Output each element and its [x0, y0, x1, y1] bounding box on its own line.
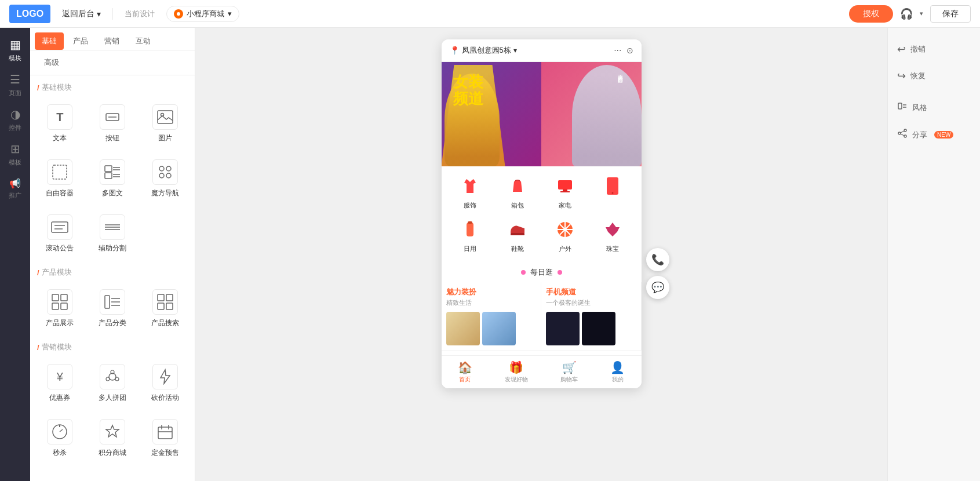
nav-cart[interactable]: 🛒 购物车 — [560, 360, 578, 384]
back-button[interactable]: 返回后台 ▾ — [57, 6, 105, 21]
bag-label: 箱包 — [511, 201, 524, 210]
module-product-search[interactable]: 产品搜索 — [142, 285, 188, 333]
free-container-icon — [47, 159, 72, 185]
svg-rect-57 — [898, 103, 902, 109]
svg-marker-42 — [106, 425, 119, 437]
cat-bag[interactable]: 箱包 — [505, 173, 530, 210]
module-presale[interactable]: 定金预售 — [142, 414, 188, 462]
left-panel: 基础 产品 营销 互动 高级 基础模块 T 文本 按钮 — [30, 28, 195, 481]
module-seckill[interactable]: 秒杀 — [37, 414, 83, 462]
auth-button[interactable]: 授权 — [849, 5, 893, 23]
daily-title: 每日逛 — [530, 267, 553, 278]
sidebar-item-promote[interactable]: 📢 推广 — [0, 172, 30, 206]
tab-marketing[interactable]: 营销 — [97, 32, 126, 50]
magic-nav-icon — [152, 159, 178, 185]
redo-action[interactable]: ↪ 恢复 — [888, 64, 980, 88]
svg-rect-47 — [558, 180, 572, 190]
product-card-1[interactable]: 魅力装扮 精致生活 — [442, 282, 542, 351]
style-icon — [897, 101, 908, 114]
cat-appliance[interactable]: 家电 — [552, 173, 578, 210]
back-label: 返回后台 — [62, 9, 94, 19]
module-multi-image-text[interactable]: 多图文 — [90, 155, 136, 203]
svg-line-41 — [60, 429, 63, 432]
share-label: 分享 — [912, 130, 927, 140]
svg-point-60 — [904, 129, 906, 132]
tab-bar: 基础 产品 营销 互动 — [30, 28, 195, 50]
module-coupon[interactable]: ¥ 优惠券 — [37, 359, 83, 407]
seckill-icon — [47, 419, 72, 444]
save-button[interactable]: 保存 — [930, 5, 971, 23]
sidebar-item-module[interactable]: ▦ 模块 — [0, 32, 30, 67]
module-group-buy[interactable]: 多人拼团 — [90, 359, 136, 407]
cat-phone[interactable] — [600, 173, 625, 210]
appliance-label: 家电 — [559, 201, 571, 210]
text-icon: T — [47, 104, 72, 130]
multi-image-text-label: 多图文 — [102, 188, 123, 198]
module-image[interactable]: 图片 — [142, 100, 188, 148]
svg-rect-26 — [105, 296, 110, 308]
phone-location[interactable]: 📍 凤凰创意园5栋 ▾ — [450, 45, 517, 56]
nav-home[interactable]: 🏠 首页 — [458, 360, 472, 384]
right-panel: ↩ 撤销 ↪ 恢复 风格 分享 NEW — [887, 28, 980, 481]
module-button[interactable]: 按钮 — [90, 100, 136, 148]
more-icon[interactable]: ··· — [614, 45, 621, 56]
svg-rect-23 — [61, 294, 67, 301]
nav-discover[interactable]: 🎁 发现好物 — [505, 360, 528, 384]
chevron-down-icon: ▾ — [97, 9, 101, 19]
sub-tab-advanced[interactable]: 高级 — [37, 55, 66, 70]
image-label: 图片 — [158, 133, 172, 143]
tab-interactive[interactable]: 互动 — [129, 32, 158, 50]
module-magic-nav[interactable]: 魔方导航 — [142, 155, 188, 203]
sidebar-item-label-page: 页面 — [9, 89, 21, 97]
seckill-label: 秒杀 — [53, 448, 67, 458]
cat-jewelry[interactable]: 珠宝 — [600, 217, 625, 253]
sub-tab-bar: 高级 — [30, 50, 195, 75]
sidebar-item-template[interactable]: ⊞ 模板 — [0, 137, 30, 172]
module-aux-divider[interactable]: 辅助分割 — [90, 210, 136, 258]
float-wechat-button[interactable]: 💬 — [646, 276, 669, 299]
phone-preview: 📍 凤凰创意园5栋 ▾ ··· ⊙ — [442, 39, 642, 388]
sidebar-item-control[interactable]: ◑ 控件 — [0, 102, 30, 137]
points-mall-icon — [100, 419, 125, 444]
tab-product[interactable]: 产品 — [66, 32, 95, 50]
daily-dot-left — [521, 270, 526, 275]
style-action[interactable]: 风格 — [888, 95, 980, 120]
cat-clothing[interactable]: 服饰 — [457, 173, 483, 210]
float-phone-button[interactable]: 📞 — [646, 248, 669, 271]
svg-point-14 — [159, 173, 164, 178]
headset-icon[interactable]: 🎧 — [900, 8, 913, 20]
tab-basic[interactable]: 基础 — [35, 32, 64, 50]
module-free-container[interactable]: 自由容器 — [37, 155, 83, 203]
sidebar-item-page[interactable]: ☰ 页面 — [0, 67, 30, 102]
cat-outdoor[interactable]: 户外 — [552, 217, 578, 253]
mini-program-button[interactable]: 小程序商城 ▾ — [166, 6, 239, 22]
module-product-display[interactable]: 产品展示 — [37, 285, 83, 333]
svg-point-0 — [177, 12, 180, 16]
product-search-icon — [152, 289, 178, 315]
outdoor-label: 户外 — [559, 245, 571, 253]
module-scroll-notice[interactable]: 滚动公告 — [37, 210, 83, 258]
module-points-mall[interactable]: 积分商城 — [90, 414, 136, 462]
module-product-category[interactable]: 产品分类 — [90, 285, 136, 333]
category-row-1: 服饰 箱包 家电 — [442, 166, 642, 214]
card2-title: 手机频道 — [546, 287, 636, 297]
cat-daily[interactable]: 日用 — [457, 217, 483, 253]
location-icon: 📍 — [450, 46, 460, 55]
svg-line-64 — [901, 134, 904, 136]
flash-sale-label: 砍价活动 — [151, 393, 179, 403]
shoes-icon — [505, 217, 530, 242]
module-text[interactable]: T 文本 — [37, 100, 83, 148]
scan-icon[interactable]: ⊙ — [626, 46, 633, 55]
aux-divider-label: 辅助分割 — [99, 243, 126, 253]
svg-rect-24 — [52, 303, 59, 309]
nav-mine[interactable]: 👤 我的 — [610, 360, 625, 384]
daily-icon — [457, 217, 483, 242]
redo-icon: ↪ — [897, 70, 906, 82]
undo-action[interactable]: ↩ 撤销 — [888, 37, 980, 61]
share-action[interactable]: 分享 NEW — [888, 122, 980, 147]
svg-line-63 — [901, 131, 904, 133]
cat-shoes[interactable]: 鞋靴 — [505, 217, 530, 253]
product-card-2[interactable]: 手机频道 一个极客的诞生 — [541, 282, 642, 351]
module-flash-sale[interactable]: 砍价活动 — [142, 359, 188, 407]
scroll-notice-icon — [47, 214, 72, 240]
